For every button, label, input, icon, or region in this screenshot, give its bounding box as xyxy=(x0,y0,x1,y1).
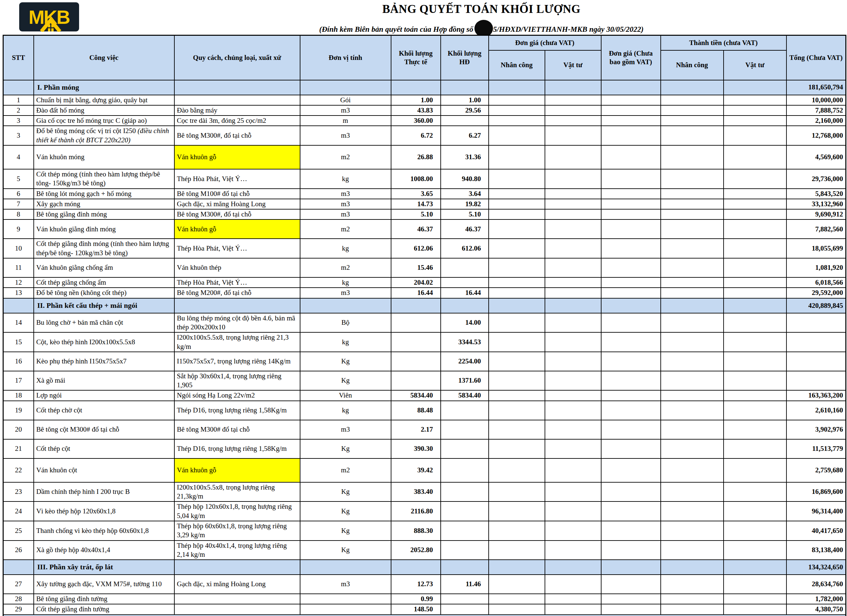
col-header-vattu-thanhtien: Vật tư xyxy=(724,50,786,80)
cell-congviec: Bu lông chờ + bản mã chân cột xyxy=(34,313,174,333)
cell-dongia-chua-vat xyxy=(601,298,661,313)
cell-vattu-dongia xyxy=(545,352,601,371)
cell-tong: 4,380,750 xyxy=(786,604,846,615)
cell-kl-hd xyxy=(441,258,489,278)
cell-nhancong-dongia xyxy=(489,521,545,541)
table-row: 20Bê tông cột M300# đổ tại chỗBê tông M3… xyxy=(3,420,846,439)
cell-nhancong-thanhtien xyxy=(661,371,724,391)
cell-tong: 11,513,779 xyxy=(786,439,846,458)
cell-donvitinh: m3 xyxy=(300,288,391,298)
cell-nhancong-thanhtien xyxy=(661,575,724,594)
cell-congviec: Ván khuôn giằng đỉnh móng xyxy=(34,219,174,239)
cell-nhancong-dongia xyxy=(489,80,545,95)
cell-stt: 8 xyxy=(3,209,34,219)
subtitle-prefix: (Đính kèm Biên bản quyết toán của Hợp đồ… xyxy=(319,25,473,33)
cell-tong: 16,869,600 xyxy=(786,482,846,502)
cell-kl-hd: 5.10 xyxy=(441,209,489,219)
cell-kl-hd: 29.56 xyxy=(441,105,489,115)
cell-donvitinh: Bộ xyxy=(300,313,391,333)
cell-nhancong-dongia xyxy=(489,352,545,371)
cell-stt xyxy=(3,298,34,313)
cell-congviec: Đổ bê tông nền (không cốt thép) xyxy=(34,288,174,298)
cell-dongia-chua-vat xyxy=(601,541,661,560)
table-row: 13Đổ bê tông nền (không cốt thép)Bê tông… xyxy=(3,288,846,298)
cell-dongia-chua-vat xyxy=(601,482,661,502)
cell-nhancong-dongia xyxy=(489,209,545,219)
section-label: III. Phần xây trát, ốp lát xyxy=(34,560,174,575)
cell-kl-thucte: 26.88 xyxy=(391,145,441,169)
cell-vattu-thanhtien xyxy=(724,313,786,333)
cell-dongia-chua-vat xyxy=(601,594,661,604)
cell-dongia-chua-vat xyxy=(601,258,661,278)
cell-vattu-thanhtien xyxy=(724,390,786,400)
cell-nhancong-dongia xyxy=(489,401,545,420)
section-row: I. Phần móng181,650,794 xyxy=(3,80,846,95)
section-label: II. Phần kết cấu thép + mái ngói xyxy=(34,298,174,313)
cell-kl-hd xyxy=(441,604,489,615)
cell-nhancong-dongia xyxy=(489,189,545,199)
mkb-logo: MKB xyxy=(19,2,80,32)
cell-donvitinh: kg xyxy=(300,278,391,288)
cell-kl-hd: 1371.60 xyxy=(441,371,489,391)
cell-vattu-thanhtien xyxy=(724,501,786,521)
cell-donvitinh: Kg xyxy=(300,482,391,502)
cell-kl-hd: 612.06 xyxy=(441,239,489,258)
cell-dongia-chua-vat xyxy=(601,189,661,199)
table-row: 2Đào đất hố móngĐào bằng máym343.8329.56… xyxy=(3,105,846,115)
table-row: 17Xà gồ máiSắt hộp 30x60x1,4, trọng lượn… xyxy=(3,371,846,391)
cell-stt xyxy=(3,80,34,95)
cell-nhancong-thanhtien xyxy=(661,313,724,333)
cell-vattu-dongia xyxy=(545,105,601,115)
cell-donvitinh: Kg xyxy=(300,352,391,371)
cell-vattu-thanhtien xyxy=(724,239,786,258)
cell-vattu-thanhtien xyxy=(724,199,786,209)
col-header-congviec: Công việc xyxy=(34,35,174,80)
cell-congviec: Ván khuôn giằng chống ẩm xyxy=(34,258,174,278)
cell-nhancong-thanhtien xyxy=(661,189,724,199)
cell-nhancong-thanhtien xyxy=(661,80,724,95)
cell-congviec: Cột, kèo thép hình I200x100x5.5x8 xyxy=(34,332,174,352)
table-row: 16Kèo phụ thép hình I150x75x5x7I150x75x5… xyxy=(3,352,846,371)
cell-donvitinh: kg xyxy=(300,239,391,258)
cell-quycach xyxy=(174,594,300,604)
cell-donvitinh: m3 xyxy=(300,189,391,199)
cell-kl-thucte: 0.99 xyxy=(391,594,441,604)
quantity-settlement-table: STT Công việc Quy cách, chủng loại, xuất… xyxy=(3,35,846,616)
cell-vattu-dongia xyxy=(545,239,601,258)
cell-vattu-thanhtien xyxy=(724,298,786,313)
col-header-kl-thucte: Khối lượng Thực tế xyxy=(391,35,441,80)
page-title: BẢNG QUYẾT TOÁN KHỐI LƯỢNG xyxy=(116,3,847,16)
cell-nhancong-dongia xyxy=(489,298,545,313)
cell-donvitinh: m2 xyxy=(300,258,391,278)
cell-nhancong-thanhtien xyxy=(661,458,724,482)
cell-kl-hd: 31.36 xyxy=(441,145,489,169)
cell-vattu-dongia xyxy=(545,199,601,209)
cell-vattu-thanhtien xyxy=(724,521,786,541)
cell-quycach: Đào bằng máy xyxy=(174,105,300,115)
cell-kl-thucte xyxy=(391,332,441,352)
cell-donvitinh: Viên xyxy=(300,390,391,400)
cell-tong: 6,018,566 xyxy=(786,278,846,288)
cell-tong: 40,417,650 xyxy=(786,521,846,541)
cell-quycach: Bê tông M300# đổ tại chỗ xyxy=(174,420,300,439)
cell-donvitinh xyxy=(300,298,391,313)
cell-nhancong-dongia xyxy=(489,239,545,258)
cell-congviec: Xây tường gạch đặc, VXM M75#, tường 110 xyxy=(34,575,174,594)
table-row: 26Xà gồ thép hộp 40x40x1,4Thép hộp 40x40… xyxy=(3,541,846,560)
cell-congviec: Bê tông giằng đỉnh móng xyxy=(34,209,174,219)
cell-stt: 3 xyxy=(3,115,34,126)
cell-nhancong-dongia xyxy=(489,560,545,575)
table-row: 19Cốt thép chờ cộtThép D16, trọng lượng … xyxy=(3,401,846,420)
cell-vattu-thanhtien xyxy=(724,278,786,288)
cell-nhancong-thanhtien xyxy=(661,501,724,521)
cell-congviec: Cốt thép cột xyxy=(34,439,174,458)
section-total: 181,650,794 xyxy=(786,80,846,95)
cell-quycach xyxy=(174,560,300,575)
cell-vattu-thanhtien xyxy=(724,352,786,371)
cell-stt: 15 xyxy=(3,332,34,352)
cell-donvitinh xyxy=(300,594,391,604)
cut-off-row xyxy=(3,615,846,616)
cell-nhancong-thanhtien xyxy=(661,169,724,189)
cell-quycach xyxy=(174,604,300,615)
table-row: 22Ván khuôn cộtVán khuôn gỗm239.422,759,… xyxy=(3,458,846,482)
